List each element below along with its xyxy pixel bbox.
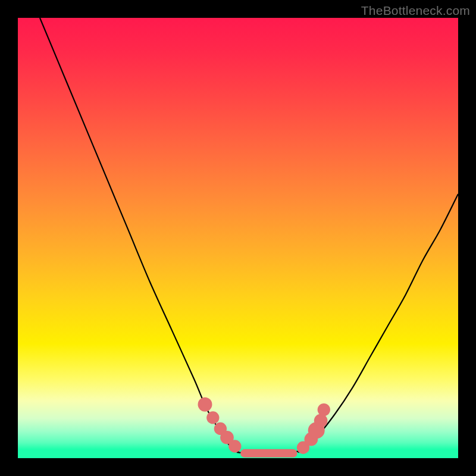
curve-marker [228,440,241,452]
curve-marker [206,411,219,424]
watermark-text: TheBottleneck.com [361,4,470,18]
bottleneck-curve [40,18,458,454]
curve-lines [40,18,458,454]
chart-svg [18,18,458,458]
curve-marker [318,403,330,416]
curve-markers [198,397,330,454]
curve-marker [314,414,328,428]
plot-area [18,18,458,458]
chart-frame: TheBottleneck.com [0,0,476,476]
curve-marker [198,397,212,412]
